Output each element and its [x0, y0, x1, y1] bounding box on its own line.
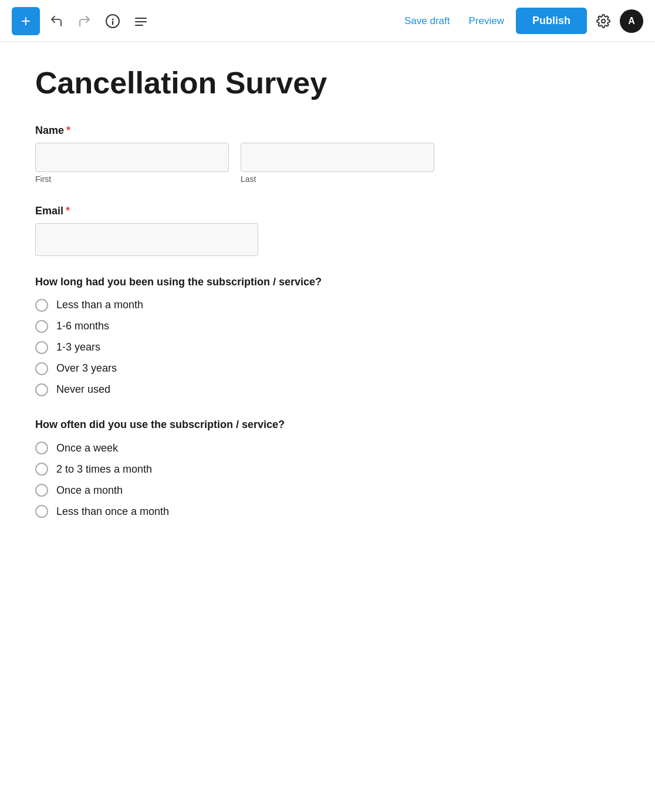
first-name-input[interactable] — [35, 143, 229, 172]
radio-circle-q2-4 — [35, 505, 48, 518]
undo-icon — [49, 14, 63, 28]
settings-button[interactable] — [592, 9, 615, 33]
page-title: Cancellation Survey — [35, 66, 620, 101]
menu-icon — [134, 14, 148, 28]
radio-circle-q1-2 — [35, 320, 48, 333]
toolbar: + Save draft Preview Publish — [0, 0, 655, 42]
plus-icon: + — [21, 12, 31, 31]
radio-circle-q1-1 — [35, 299, 48, 312]
info-button[interactable] — [101, 9, 124, 33]
q2-label-4: Less than once a month — [56, 506, 169, 518]
avatar[interactable]: A — [620, 9, 643, 33]
q2-label-2: 2 to 3 times a month — [56, 463, 152, 476]
question2-block: How often did you use the subscription /… — [35, 417, 434, 518]
undo-button[interactable] — [45, 9, 68, 33]
q1-label-5: Never used — [56, 383, 110, 396]
last-name-wrapper: Last — [241, 143, 434, 184]
redo-button[interactable] — [73, 9, 96, 33]
question1-text: How long had you been using the subscrip… — [35, 275, 434, 289]
q1-label-4: Over 3 years — [56, 362, 117, 375]
publish-button[interactable]: Publish — [516, 8, 587, 34]
radio-circle-q1-4 — [35, 362, 48, 375]
first-name-wrapper: First — [35, 143, 229, 184]
email-input[interactable] — [35, 223, 258, 256]
q1-option-1[interactable]: Less than a month — [35, 299, 434, 312]
q2-option-3[interactable]: Once a month — [35, 484, 434, 497]
info-icon — [105, 14, 120, 29]
q2-option-1[interactable]: Once a week — [35, 442, 434, 454]
q1-label-2: 1-6 months — [56, 320, 109, 332]
name-required-star: * — [66, 124, 70, 137]
email-required-star: * — [66, 205, 70, 217]
q1-label-3: 1-3 years — [56, 341, 100, 353]
question1-block: How long had you been using the subscrip… — [35, 275, 434, 396]
radio-circle-q2-2 — [35, 463, 48, 476]
name-field-block: Name * First Last — [35, 124, 434, 184]
q1-option-4[interactable]: Over 3 years — [35, 362, 434, 375]
form-section: Name * First Last Email * — [35, 124, 434, 518]
radio-circle-q1-3 — [35, 341, 48, 354]
name-fields-row: First Last — [35, 143, 434, 184]
last-name-label: Last — [241, 174, 434, 184]
menu-button[interactable] — [129, 9, 153, 33]
save-draft-button[interactable]: Save draft — [397, 11, 457, 32]
preview-button[interactable]: Preview — [462, 11, 511, 32]
last-name-input[interactable] — [241, 143, 434, 172]
radio-circle-q1-5 — [35, 383, 48, 396]
email-field-block: Email * — [35, 205, 434, 256]
email-label: Email * — [35, 205, 434, 217]
q2-label-1: Once a week — [56, 442, 118, 454]
q1-option-3[interactable]: 1-3 years — [35, 341, 434, 354]
main-content: Cancellation Survey Name * First Last — [0, 42, 655, 812]
question2-text: How often did you use the subscription /… — [35, 417, 434, 432]
add-button[interactable]: + — [12, 7, 40, 35]
gear-icon — [596, 14, 610, 28]
svg-point-6 — [602, 19, 605, 23]
q2-option-4[interactable]: Less than once a month — [35, 505, 434, 518]
q1-label-1: Less than a month — [56, 299, 143, 311]
radio-circle-q2-3 — [35, 484, 48, 497]
q2-label-3: Once a month — [56, 484, 123, 497]
name-label: Name * — [35, 124, 434, 137]
radio-circle-q2-1 — [35, 442, 48, 454]
q1-option-2[interactable]: 1-6 months — [35, 320, 434, 333]
redo-icon — [77, 14, 92, 28]
q1-option-5[interactable]: Never used — [35, 383, 434, 396]
q2-option-2[interactable]: 2 to 3 times a month — [35, 463, 434, 476]
first-name-label: First — [35, 174, 229, 184]
